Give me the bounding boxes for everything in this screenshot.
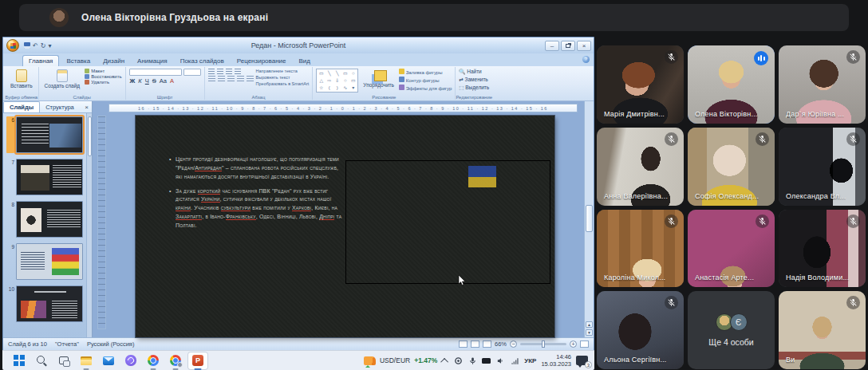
ribbon-tab[interactable]: Анимация [132,56,173,66]
next-slide-button[interactable]: ▼ [586,329,593,336]
save-icon[interactable] [24,42,30,49]
new-slide-button[interactable]: Создать слайд [42,69,83,89]
slide-thumbnail[interactable]: 8 [6,201,90,238]
tab-slides[interactable]: Слайды [3,101,40,112]
qat-dropdown-icon[interactable]: ▾ [48,42,51,49]
panel-close-button[interactable]: × [85,104,89,111]
participant-tile[interactable]: Марія Дмитрівн... [597,45,684,124]
font-size-combobox[interactable] [183,69,201,76]
strikethrough-button[interactable]: S [152,77,157,85]
shape-fill-button[interactable]: Заливка фигуры [399,69,452,75]
participant-tile[interactable]: Анастасія Арте... [688,210,775,288]
viber-icon[interactable] [120,352,141,370]
widgets-button[interactable]: USD/EUR +1.47% [364,356,437,365]
slide-thumbnail[interactable]: 10 [6,285,90,322]
font-color-button[interactable]: А [169,77,175,85]
shape-effects-button[interactable]: Эффекты для фигур [399,85,452,91]
participant-tile[interactable]: Анна Валеріївна... [597,128,684,206]
paste-button[interactable]: Вставить [8,69,35,89]
ribbon-tab[interactable]: Дизайн [97,56,130,66]
slide-canvas[interactable]: Центр протидії дезінформації наголошує, … [136,116,554,337]
vertical-scrollbar[interactable]: ▲ ▼ [584,101,594,337]
fit-to-window-button[interactable] [580,340,589,348]
ribbon-tab[interactable]: Главная [22,55,59,66]
align-text-button[interactable]: Выровнять текст [256,75,310,80]
ribbon-tab[interactable]: Вид [294,56,316,66]
slide-sorter-button[interactable] [471,340,479,348]
clock[interactable]: 14:46 15.03.2023 [541,353,571,368]
font-name-combobox[interactable] [129,69,182,76]
ribbon-tab[interactable]: Показ слайдов [175,56,230,66]
bullets-button[interactable] [208,69,215,74]
numbering-button[interactable] [217,69,223,74]
character-spacing-button[interactable]: Aa [159,77,168,85]
underline-button[interactable]: Ч [144,77,150,85]
panel-scrollbar[interactable] [86,113,92,337]
replace-button[interactable]: ⇄ Заменить [459,77,489,83]
align-right-button[interactable] [227,76,235,81]
participant-tile[interactable]: Олександра Вл... [779,128,866,206]
zoom-slider[interactable] [520,343,566,345]
participant-tile[interactable]: Надія Володими... [779,210,866,288]
participant-tile[interactable]: Ви [779,291,866,369]
scrollbar-thumb[interactable] [586,205,593,232]
start-icon[interactable] [9,352,30,370]
previous-slide-button[interactable]: ▲ [586,321,593,328]
participant-tile[interactable]: Дар`я Юріївна ... [779,45,866,124]
slide-bullet-list[interactable]: Центр протидії дезінформації наголошує, … [169,155,345,236]
select-button[interactable]: ⬚ Выделить [459,85,489,91]
language-indicator[interactable]: УКР [524,357,536,364]
chrome-alt-icon[interactable] [165,352,186,370]
ribbon-tab[interactable]: Вставка [61,56,96,66]
participant-tile[interactable]: Кароліна Микол... [597,210,684,288]
participant-tile[interactable]: Альона Сергіївн... [597,291,684,369]
minimize-button[interactable]: – [545,41,559,51]
powerpoint-icon[interactable] [187,352,208,370]
task-view-icon[interactable] [53,352,74,370]
close-button[interactable]: × [577,41,591,51]
search-icon[interactable] [31,352,52,370]
shapes-gallery[interactable]: ▭╲╲▭○ △⇨⇩○▭ ☆()∿▾ [316,69,358,92]
notification-center-icon[interactable]: 3 [576,356,588,365]
indent-increase-button[interactable] [235,69,241,74]
bold-button[interactable]: Ж [129,77,136,85]
slide-thumbnail[interactable]: 7 [6,159,90,195]
overflow-participants-tile[interactable]: ЄЩе 4 особи [688,291,775,369]
delete-button[interactable]: Удалить [85,80,121,85]
ribbon-tab[interactable]: Рецензирование [231,56,292,66]
justify-button[interactable] [237,76,244,81]
align-left-button[interactable] [208,76,215,81]
undo-icon[interactable]: ↶ [33,42,38,49]
zoom-in-button[interactable]: + [570,340,577,348]
office-button[interactable] [6,39,19,52]
slide-thumbnail[interactable]: 9 [6,243,90,280]
hidden-icons-chevron-icon[interactable] [440,357,448,365]
powerpoint-titlebar[interactable]: ↶ ↻ ▾ Редан - Microsoft PowerPoint – × [3,37,594,53]
file-explorer-icon[interactable] [76,352,97,370]
find-button[interactable]: 🔍 Найти [459,69,489,75]
slide-thumbnail[interactable]: 6 [6,116,90,153]
help-button[interactable]: ? [582,56,590,63]
display-tray-icon[interactable] [482,358,491,364]
indent-decrease-button[interactable] [226,69,232,74]
slide-photo[interactable] [345,160,550,285]
text-direction-button[interactable]: Направление текста [256,69,310,73]
normal-view-button[interactable] [459,340,468,348]
participant-tile[interactable]: Софія Олександ... [688,128,775,206]
chrome-icon[interactable] [143,352,164,370]
restore-button[interactable] [561,41,575,51]
microphone-tray-icon[interactable] [468,356,477,365]
redo-icon[interactable]: ↻ [41,42,46,49]
convert-smartart-button[interactable]: Преобразовать в SmartArt [256,81,310,86]
tab-outline[interactable]: Структура [40,102,80,112]
layout-button[interactable]: Макет [85,69,121,73]
speaker-tray-icon[interactable] [495,356,505,365]
reset-button[interactable]: Восстановить [85,74,121,79]
italic-button[interactable]: К [137,77,142,85]
columns-button[interactable] [247,76,254,81]
network-tray-icon[interactable] [510,356,519,365]
mail-icon[interactable] [98,352,119,370]
shape-outline-button[interactable]: Контур фигуры [399,77,452,83]
align-center-button[interactable] [218,76,225,81]
proofing-language[interactable]: Русский (Россия) [87,340,135,348]
